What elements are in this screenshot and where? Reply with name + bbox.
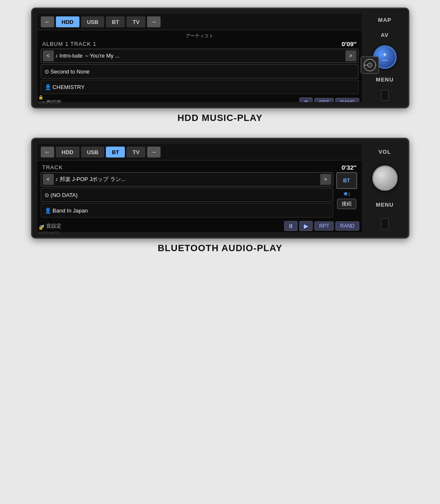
tab-tv-1[interactable]: TV — [126, 16, 145, 27]
unit2-label: BLUETOOTH AUDIO-PLAY — [158, 243, 282, 254]
vol-label-2: VOL — [379, 147, 391, 157]
tab-bar-2: ← HDD USB BT TV → — [37, 144, 362, 160]
bt-bars: | — [349, 192, 350, 197]
tab-prev-btn-1[interactable]: ← — [41, 16, 54, 27]
menu-btn-2[interactable]: MENU — [376, 200, 393, 210]
artist-name-1: 👤 CHEMISTRY — [45, 84, 85, 90]
artist-name-2: 👤 Band In Japan — [45, 207, 88, 214]
model-num-2: NH2D-W625 — [38, 231, 60, 232]
rpt-btn-1[interactable]: RPT — [314, 98, 334, 102]
album-name-2: ⊙ (NO DATA) — [45, 192, 78, 198]
tab-usb-2[interactable]: USB — [81, 147, 104, 158]
card-slot-2 — [381, 218, 389, 229]
track-title-2: ♪ 邦楽 J-POP Jポップ ラン... — [55, 176, 319, 183]
menu-btn-1[interactable]: MENU — [376, 75, 393, 84]
bluetooth-symbol: ✱ — [343, 191, 348, 197]
track-prev-btn-1[interactable]: < — [43, 50, 54, 61]
track-next-btn-2[interactable]: > — [320, 174, 331, 185]
track-label-2: TRACK — [42, 164, 63, 171]
unit1-wrapper: ← HDD USB BT TV → アーティスト ALBUM 1 TRACK 1… — [0, 0, 440, 130]
bt-box-label: BT — [343, 178, 350, 184]
tab-bt-2[interactable]: BT — [106, 147, 125, 158]
album-track-info-1: ALBUM 1 TRACK 1 — [42, 41, 97, 47]
track-prev-btn-2[interactable]: < — [43, 174, 54, 185]
tab-prev-btn-2[interactable]: ← — [41, 147, 54, 158]
disc-icon-1 — [360, 56, 362, 74]
av-btn-1[interactable]: AV — [381, 30, 389, 40]
tab-hdd-2[interactable]: HDD — [56, 147, 79, 158]
artist-row-2: 👤 Band In Japan — [41, 203, 333, 218]
card-slot-1 — [381, 90, 389, 101]
album-row-2: ⊙ (NO DATA) — [41, 188, 333, 202]
map-btn-1[interactable]: MAP — [378, 15, 392, 25]
svg-rect-0 — [361, 57, 362, 74]
pause-btn-2[interactable]: ⏸ — [284, 221, 298, 231]
rand-btn-2[interactable]: RAND — [335, 221, 359, 231]
lock-icon-2: 🔒 — [38, 225, 43, 230]
track-title-1: ♪ Intro-lude ～You're My ... — [55, 52, 344, 60]
track-time-row-2: TRACK 0′32″ — [41, 164, 358, 171]
bt-box-icon: BT — [336, 172, 357, 189]
artist-label-1: アーティスト — [41, 33, 358, 39]
vol-plus-1: + — [383, 52, 386, 58]
track-row-2: < ♪ 邦楽 J-POP Jポップ ラン... > — [41, 172, 333, 186]
vol-minus-1: — — [382, 58, 387, 63]
pause-btn-1[interactable]: ⏸ — [299, 97, 313, 102]
tab-next-btn-2[interactable]: → — [147, 147, 161, 158]
screen-2: ← HDD USB BT TV → TRACK 0′32″ — [37, 144, 362, 232]
tab-usb-1[interactable]: USB — [81, 16, 104, 27]
screen-content-2: TRACK 0′32″ < ♪ 邦楽 J-POP Jポップ ラン... > — [37, 160, 362, 219]
controls-row-1: ◄ 音設定 ⏸ RPT RAND — [37, 96, 362, 102]
tab-bar-1: ← HDD USB BT TV → — [37, 14, 362, 30]
track-time-2: 0′32″ — [342, 164, 357, 171]
album-name-1: ⊙ Second to None — [45, 68, 90, 75]
artist-row-1: 👤 CHEMISTRY — [41, 80, 358, 94]
screen2-track-col: < ♪ 邦楽 J-POP Jポップ ラン... > ⊙ (NO DATA) 👤 … — [41, 172, 333, 218]
unit1-label: HDD MUSIC-PLAY — [177, 113, 263, 123]
play-btn-2[interactable]: ▶ — [299, 221, 313, 231]
tab-bt-1[interactable]: BT — [106, 16, 125, 27]
screen2-icon-col: BT ✱ | 接続 — [335, 172, 358, 209]
tab-tv-2[interactable]: TV — [126, 147, 145, 158]
head-unit-2: ← HDD USB BT TV → TRACK 0′32″ — [31, 138, 409, 239]
track-time-1: 0′09″ — [342, 40, 357, 47]
connect-btn-2[interactable]: 接続 — [337, 199, 356, 209]
rpt-btn-2[interactable]: RPT — [314, 221, 334, 231]
screen2-track-row-area: < ♪ 邦楽 J-POP Jポップ ラン... > ⊙ (NO DATA) 👤 … — [41, 172, 358, 218]
lock-icon-1: 🔒 — [38, 95, 43, 100]
model-num-1: NH2D-W625 — [38, 100, 60, 102]
track-row-1: < ♪ Intro-lude ～You're My ... > — [41, 49, 358, 63]
screen-content-1: アーティスト ALBUM 1 TRACK 1 0′09″ < ♪ Intro-l… — [37, 30, 362, 96]
volume-knob-2[interactable] — [372, 165, 398, 191]
album-row-1: ⊙ Second to None — [41, 64, 358, 79]
unit2-wrapper: ← HDD USB BT TV → TRACK 0′32″ — [0, 130, 440, 260]
screen-1: ← HDD USB BT TV → アーティスト ALBUM 1 TRACK 1… — [37, 14, 362, 102]
bt-signal: ✱ | — [343, 191, 350, 197]
controls-row-2: ◄ 音設定 ⏸ ▶ RPT RAND — [37, 219, 362, 232]
album-track-row-1: ALBUM 1 TRACK 1 0′09″ — [41, 40, 358, 47]
tab-hdd-1[interactable]: HDD — [56, 16, 79, 27]
head-unit-1: ← HDD USB BT TV → アーティスト ALBUM 1 TRACK 1… — [31, 8, 409, 108]
track-next-btn-1[interactable]: > — [345, 50, 356, 61]
side-panel-2: VOL MENU — [362, 139, 408, 237]
tab-next-btn-1[interactable]: → — [147, 16, 161, 27]
rand-btn-1[interactable]: RAND — [335, 98, 359, 102]
